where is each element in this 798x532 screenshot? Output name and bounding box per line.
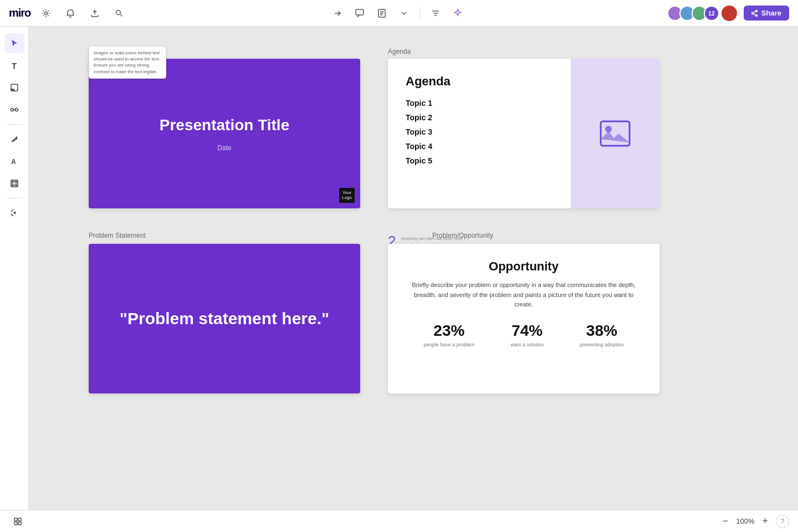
agenda-slide-label: Agenda — [388, 48, 411, 55]
bottom-bar: − 100% + ? — [0, 510, 798, 532]
topbar-left: miro — [9, 4, 128, 22]
opportunity-description: Briefly describe your problem or opportu… — [406, 280, 642, 310]
agenda-content: Agenda Topic 1 Topic 2 Topic 3 Topic 4 T… — [388, 59, 571, 208]
agenda-image-placeholder — [571, 59, 659, 208]
stat-2: 74% want a solution — [510, 322, 544, 347]
font-tool[interactable]: A — [4, 151, 24, 171]
agenda-item-5: Topic 5 — [406, 156, 553, 165]
problem-statement-slide[interactable]: "Problem statement here." — [89, 244, 360, 393]
svg-rect-12 — [601, 121, 630, 146]
zoom-level: 100% — [736, 517, 754, 525]
svg-point-9 — [15, 109, 18, 111]
opportunity-title: Opportunity — [406, 259, 642, 274]
canvas-inner: Images or solid colors behind text shoul… — [29, 27, 798, 510]
agenda-item-2: Topic 2 — [406, 113, 553, 122]
stat-1-number: 23% — [424, 322, 475, 340]
image-icon — [600, 120, 631, 147]
svg-rect-11 — [11, 180, 18, 187]
stat-2-label: want a solution — [510, 342, 544, 347]
left-toolbar: T A — [0, 27, 29, 532]
stat-1: 23% people have a problem — [424, 322, 475, 347]
frames-button-container — [9, 513, 27, 530]
topbar: miro — [0, 0, 798, 27]
svg-point-8 — [11, 109, 13, 111]
miro-logo: miro — [9, 7, 30, 19]
svg-rect-2 — [356, 9, 364, 15]
sticky-tool[interactable] — [4, 78, 24, 98]
problem-slide-label: Problem Statement — [89, 232, 146, 239]
present-arrow-button[interactable] — [329, 4, 346, 22]
logo-placeholder: Your Logo — [339, 188, 355, 203]
svg-point-4 — [755, 10, 757, 12]
svg-text:A: A — [11, 158, 16, 166]
agenda-item-1: Topic 1 — [406, 99, 553, 108]
agenda-slide[interactable]: Agenda Topic 1 Topic 2 Topic 3 Topic 4 T… — [388, 59, 659, 208]
divider — [420, 7, 420, 20]
notes-button[interactable] — [373, 4, 391, 22]
canvas: Images or solid colors behind text shoul… — [29, 27, 798, 510]
svg-rect-17 — [18, 522, 21, 525]
opportunity-slide-label: Problem/Opportunity — [388, 232, 493, 239]
svg-point-1 — [116, 10, 121, 14]
pen-tool[interactable] — [4, 129, 24, 149]
share-button[interactable]: Share — [744, 6, 789, 21]
opportunity-slide[interactable]: Opportunity Briefly describe your proble… — [388, 244, 659, 393]
topbar-center — [329, 4, 467, 22]
stats-row: 23% people have a problem 74% want a sol… — [406, 322, 642, 347]
magic-button[interactable] — [449, 4, 467, 22]
zoom-out-button[interactable]: − — [719, 514, 732, 528]
zoom-in-button[interactable]: + — [759, 514, 771, 528]
filter-button[interactable] — [427, 4, 444, 22]
search-button[interactable] — [110, 4, 128, 22]
frame-tool[interactable] — [4, 173, 24, 193]
zoom-controls: − 100% + ? — [719, 514, 789, 528]
stat-1-label: people have a problem — [424, 342, 475, 347]
svg-point-6 — [751, 12, 753, 14]
tooltip-note: Images or solid colors behind text shoul… — [89, 46, 166, 79]
more-tools[interactable] — [4, 203, 24, 223]
title-slide[interactable]: Presentation Title Date Your Logo — [89, 59, 360, 208]
avatar-stack: 12 — [667, 4, 738, 22]
cursor-tool[interactable] — [4, 33, 24, 53]
problem-statement-text: "Problem statement here." — [103, 308, 346, 330]
stat-3-number: 38% — [580, 322, 623, 340]
notifications-button[interactable] — [62, 4, 79, 22]
toolbar-separator-2 — [7, 198, 22, 198]
comment-button[interactable] — [351, 4, 369, 22]
svg-rect-15 — [18, 518, 21, 521]
settings-button[interactable] — [37, 4, 55, 22]
connector-tool[interactable] — [4, 100, 24, 120]
svg-point-5 — [755, 14, 757, 16]
presentation-date: Date — [217, 144, 231, 152]
avatar-count: 12 — [704, 6, 719, 21]
svg-rect-14 — [14, 518, 17, 521]
upload-button[interactable] — [86, 4, 104, 22]
avatar-self — [720, 4, 738, 22]
stat-3-label: preventing adoption — [580, 342, 623, 347]
agenda-item-4: Topic 4 — [406, 142, 553, 151]
text-tool[interactable]: T — [4, 55, 24, 75]
dropdown-button[interactable] — [395, 4, 413, 22]
stat-2-number: 74% — [510, 322, 544, 340]
toolbar-separator — [7, 124, 22, 125]
stat-3: 38% preventing adoption — [580, 322, 623, 347]
agenda-item-3: Topic 3 — [406, 127, 553, 136]
presentation-title: Presentation Title — [160, 115, 289, 135]
svg-rect-16 — [14, 522, 17, 525]
help-button[interactable]: ? — [776, 515, 789, 528]
agenda-title: Agenda — [406, 74, 553, 89]
topbar-right: 12 Share — [667, 4, 789, 22]
svg-point-0 — [45, 12, 48, 14]
frames-button[interactable] — [9, 513, 27, 530]
